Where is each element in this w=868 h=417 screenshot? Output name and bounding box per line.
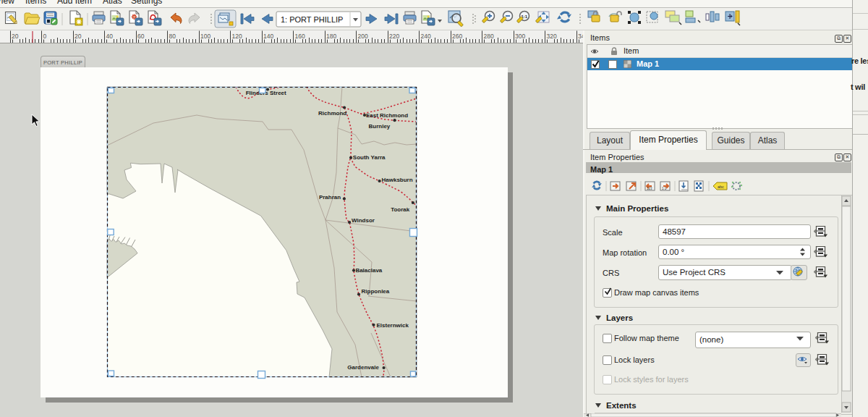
svg-text:Balaclava: Balaclava	[355, 267, 382, 274]
svg-text:340: 340	[578, 33, 583, 40]
svg-text:140: 140	[263, 33, 273, 40]
svg-text:320: 320	[547, 33, 557, 40]
svg-text:Ripponlea: Ripponlea	[362, 288, 390, 295]
svg-text:20: 20	[12, 33, 19, 40]
svg-text:Richmond: Richmond	[318, 110, 346, 117]
svg-text:120: 120	[232, 33, 242, 40]
svg-text:240: 240	[421, 33, 431, 40]
svg-text:100: 100	[200, 33, 210, 40]
svg-text:40: 40	[106, 33, 114, 40]
svg-text:abc: abc	[718, 185, 724, 189]
svg-text:South Yarra: South Yarra	[353, 154, 386, 161]
svg-text:1:1: 1:1	[662, 187, 667, 190]
svg-text:300: 300	[515, 33, 525, 40]
svg-text:160: 160	[295, 33, 305, 40]
svg-text:Hawksburn: Hawksburn	[382, 177, 413, 183]
svg-text:200: 200	[358, 33, 368, 40]
svg-text:280: 280	[484, 33, 494, 40]
svg-text:260: 260	[452, 33, 462, 40]
svg-text:20: 20	[75, 33, 82, 40]
svg-text:Toorak: Toorak	[391, 206, 410, 213]
svg-text:0: 0	[43, 33, 47, 40]
svg-text:1: PORT PHILLIP: 1: PORT PHILLIP	[281, 15, 343, 24]
svg-text:60: 60	[137, 33, 145, 40]
svg-text:80: 80	[169, 33, 176, 40]
svg-text:Prahran: Prahran	[319, 194, 341, 201]
svg-text:Gardenvale: Gardenvale	[347, 364, 379, 371]
svg-text:180: 180	[326, 33, 336, 40]
svg-text:Elsternwick: Elsternwick	[377, 322, 409, 329]
svg-text:220: 220	[389, 33, 399, 40]
svg-text:East Richmond: East Richmond	[366, 112, 408, 119]
svg-text:Burnley: Burnley	[369, 123, 391, 130]
svg-text:Windsor: Windsor	[352, 217, 375, 224]
svg-text:123: 123	[647, 187, 652, 190]
svg-text:Flinders Street: Flinders Street	[246, 90, 286, 96]
